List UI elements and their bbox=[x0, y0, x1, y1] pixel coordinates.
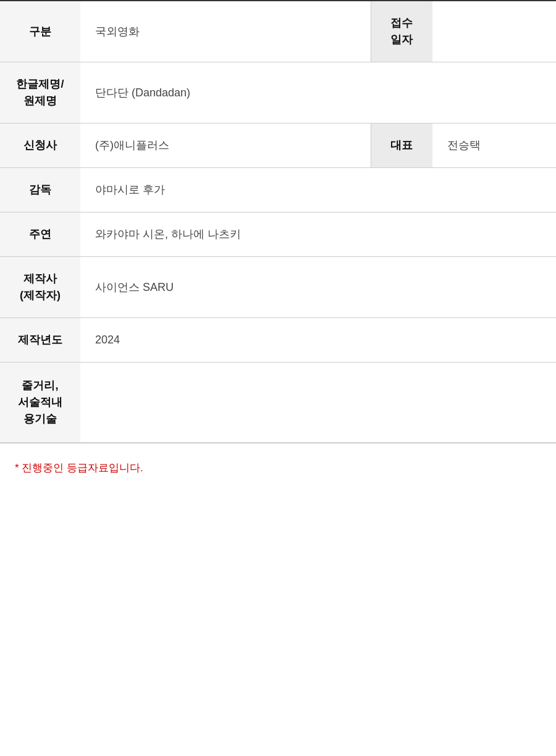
page-wrapper: 구분 국외영화 접수일자 한글제명/원제명 단다단 (Dandadan) 신청사… bbox=[0, 0, 556, 756]
subvalue-gubun bbox=[432, 1, 556, 62]
label-studio: 제작사 (제작자) bbox=[0, 257, 80, 318]
table-row-title: 한글제명/원제명 단다단 (Dandadan) bbox=[0, 62, 556, 124]
table-row-director: 감독 야마시로 후가 bbox=[0, 168, 556, 212]
value-applicant: (주)애니플러스 bbox=[80, 124, 371, 168]
table-row-synopsis: 줄거리, 서술적내 용기술 bbox=[0, 363, 556, 443]
table-row-applicant: 신청사 (주)애니플러스 대표 전승택 bbox=[0, 124, 556, 168]
label-year: 제작년도 bbox=[0, 318, 80, 363]
notice-text: * 진행중인 등급자료입니다. bbox=[0, 443, 556, 492]
label-director: 감독 bbox=[0, 168, 80, 212]
table-row-year: 제작년도 2024 bbox=[0, 318, 556, 363]
value-title: 단다단 (Dandadan) bbox=[80, 62, 556, 124]
label-synopsis: 줄거리, 서술적내 용기술 bbox=[0, 363, 80, 443]
value-director: 야마시로 후가 bbox=[80, 168, 556, 212]
value-cast: 와카야마 시온, 하나에 나츠키 bbox=[80, 212, 556, 257]
value-studio: 사이언스 SARU bbox=[80, 257, 556, 318]
info-table: 구분 국외영화 접수일자 한글제명/원제명 단다단 (Dandadan) 신청사… bbox=[0, 0, 556, 443]
table-row-studio: 제작사 (제작자) 사이언스 SARU bbox=[0, 257, 556, 318]
table-row-gubun: 구분 국외영화 접수일자 bbox=[0, 1, 556, 62]
value-synopsis bbox=[80, 363, 556, 443]
label-cast: 주연 bbox=[0, 212, 80, 257]
sublabel-applicant: 대표 bbox=[371, 124, 432, 168]
subvalue-applicant: 전승택 bbox=[432, 124, 556, 168]
value-gubun: 국외영화 bbox=[80, 1, 371, 62]
label-gubun: 구분 bbox=[0, 1, 80, 62]
label-applicant: 신청사 bbox=[0, 124, 80, 168]
sublabel-gubun: 접수일자 bbox=[371, 1, 432, 62]
table-row-cast: 주연 와카야마 시온, 하나에 나츠키 bbox=[0, 212, 556, 257]
label-title: 한글제명/원제명 bbox=[0, 62, 80, 124]
value-year: 2024 bbox=[80, 318, 556, 363]
